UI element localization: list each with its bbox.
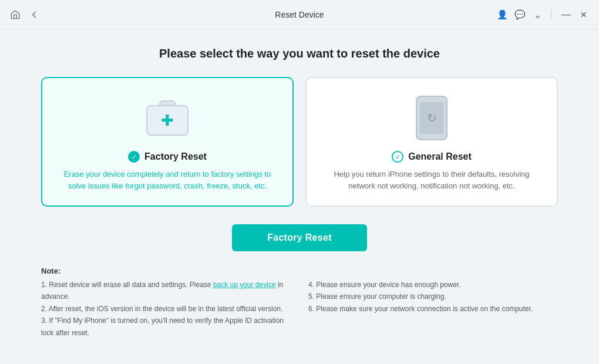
divider [551,10,552,19]
kit-cross: ✚ [161,113,174,128]
note-1: 1. Reset device will erase all data and … [41,279,291,303]
general-reset-card[interactable]: ↻ ✓ General Reset Help you return iPhone… [305,77,558,207]
page-heading: Please select the way you want to reset … [159,47,440,60]
factory-reset-title: Factory Reset [144,151,207,162]
phone-screen: ↻ [420,102,443,134]
title-bar-left [9,9,40,21]
notes-title: Note: [41,267,558,275]
notes-col-right: 4. Please ensure your device has enough … [308,279,558,339]
note-5: 5. Please ensure your computer is chargi… [308,291,558,302]
note-6: 6. Please make sure your network connect… [308,303,558,315]
phone-refresh-icon: ↻ [427,111,437,125]
notes-section: Note: 1. Reset device will erase all dat… [41,267,558,339]
general-checkmark: ✓ [395,154,401,160]
general-reset-desc: Help you return iPhone settings to their… [321,168,543,191]
factory-reset-desc: Erase your device completely and return … [56,168,278,191]
kit-body: ✚ [146,105,189,136]
factory-check-circle: ✓ [128,151,140,163]
cards-row: ✚ ✓ Factory Reset Erase your device comp… [41,77,558,207]
note-3: 3. If "Find My iPhone" is turned on, you… [41,315,291,339]
factory-title-row: ✓ Factory Reset [128,151,207,163]
backup-link[interactable]: back up your device [213,281,276,289]
notes-columns: 1. Reset device will erase all data and … [41,279,558,339]
dropdown-icon[interactable]: ⌄ [531,9,543,21]
notes-col-left: 1. Reset device will erase all data and … [41,279,291,339]
note-4: 4. Please ensure your device has enough … [308,279,558,291]
title-bar: Reset Device 👤 💬 ⌄ — ✕ [0,0,599,29]
main-content: Please select the way you want to reset … [0,29,599,364]
window-title: Reset Device [275,10,324,19]
kit-icon: ✚ [146,100,189,136]
general-title-row: ✓ General Reset [392,151,472,163]
factory-reset-icon-area: ✚ [144,95,191,141]
factory-reset-card[interactable]: ✚ ✓ Factory Reset Erase your device comp… [41,77,294,207]
general-reset-icon-area: ↻ [408,95,455,141]
home-icon[interactable] [9,9,21,21]
phone-icon: ↻ [416,96,447,140]
general-reset-title: General Reset [408,151,472,162]
note-2: 2. After reset, the iOS version in the d… [41,303,291,315]
minimize-icon[interactable]: — [560,9,572,21]
general-check-circle: ✓ [392,151,403,163]
title-bar-right: 👤 💬 ⌄ — ✕ [496,9,590,21]
back-icon[interactable] [28,9,40,21]
chat-icon[interactable]: 💬 [514,9,526,21]
factory-checkmark: ✓ [132,154,137,160]
close-icon[interactable]: ✕ [578,9,590,21]
user-icon[interactable]: 👤 [496,9,508,21]
factory-reset-button[interactable]: Factory Reset [232,224,367,251]
